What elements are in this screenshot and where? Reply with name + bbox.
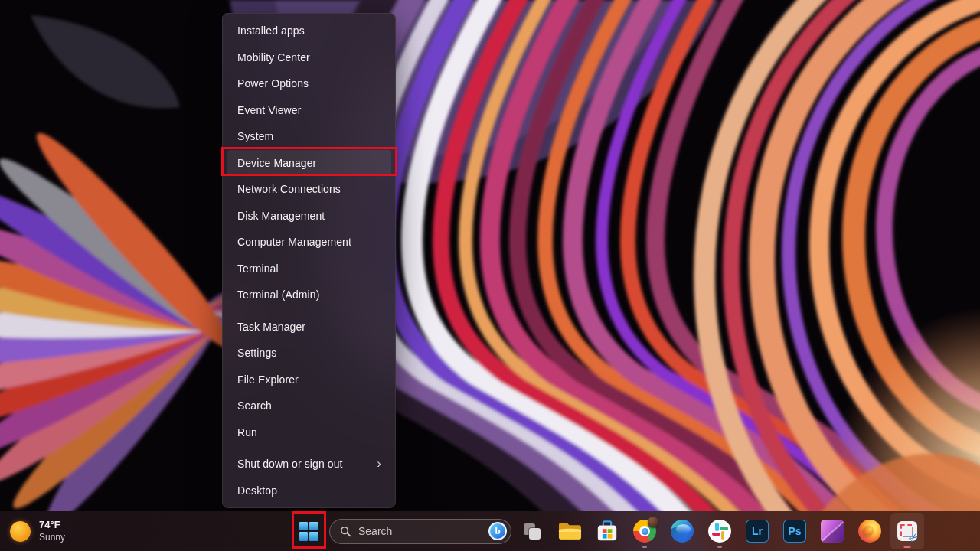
menu-item-label: Mobility Center: [237, 51, 310, 64]
menu-item-network-connections[interactable]: Network Connections: [223, 176, 395, 203]
start-button[interactable]: [292, 513, 325, 549]
menu-item-event-viewer[interactable]: Event Viewer: [223, 97, 395, 124]
slack-icon: [708, 520, 731, 543]
chrome-profile-badge: [648, 517, 658, 527]
menu-item-label: Network Connections: [237, 183, 341, 195]
weather-condition: Sunny: [39, 532, 65, 543]
search-input[interactable]: [358, 525, 482, 537]
menu-item-run[interactable]: Run: [223, 419, 395, 446]
menu-item-label: Settings: [237, 347, 276, 359]
winx-context-menu: Installed apps Mobility Center Power Opt…: [222, 13, 396, 508]
menu-item-mobility-center[interactable]: Mobility Center: [223, 44, 395, 71]
photoshop-button[interactable]: Ps: [778, 513, 812, 549]
menu-item-label: Computer Management: [237, 236, 351, 248]
windows-logo-icon: [299, 522, 318, 541]
menu-item-terminal[interactable]: Terminal: [223, 256, 395, 282]
scissors-glyph: ✂: [906, 530, 921, 546]
weather-widget[interactable]: 74°F Sunny: [10, 511, 65, 551]
menu-item-power-options[interactable]: Power Options: [223, 70, 395, 97]
running-indicator: [642, 546, 647, 548]
menu-item-label: Search: [237, 399, 272, 412]
desktop: Installed apps Mobility Center Power Opt…: [0, 0, 980, 551]
running-indicator: [904, 546, 911, 548]
menu-item-desktop[interactable]: Desktop: [223, 478, 395, 504]
desktop-wallpaper: [0, 0, 980, 551]
menu-separator: [224, 448, 394, 448]
taskbar-search-box[interactable]: b: [329, 519, 511, 544]
wallpaper-art: [0, 0, 980, 551]
taskbar: 74°F Sunny b: [0, 511, 980, 551]
chrome-button[interactable]: [628, 513, 662, 549]
search-icon: [340, 526, 351, 537]
affinity-photo-icon: [821, 520, 844, 543]
snipping-tool-button[interactable]: ✂: [890, 513, 924, 549]
lightroom-icon: Lr: [746, 520, 769, 543]
menu-item-disk-management[interactable]: Disk Management: [223, 203, 395, 230]
menu-item-label: Disk Management: [237, 210, 325, 222]
menu-item-file-explorer[interactable]: File Explorer: [223, 367, 395, 393]
menu-item-settings[interactable]: Settings: [223, 340, 395, 367]
microsoft-store-icon: [596, 520, 619, 543]
file-explorer-button[interactable]: [553, 513, 586, 549]
photoshop-icon: Ps: [783, 520, 806, 543]
snipping-tool-icon: ✂: [897, 521, 917, 541]
menu-item-label: Shut down or sign out: [237, 458, 343, 470]
firefox-button[interactable]: [853, 513, 887, 549]
submenu-chevron-icon: ›: [377, 457, 381, 470]
microsoft-store-button[interactable]: [590, 513, 624, 549]
menu-item-device-manager[interactable]: Device Manager: [223, 150, 395, 177]
affinity-photo-button[interactable]: [815, 513, 849, 549]
menu-separator: [224, 311, 394, 311]
taskbar-center-group: b: [292, 511, 924, 551]
menu-item-search[interactable]: Search: [223, 393, 395, 419]
menu-item-label: Power Options: [237, 77, 309, 90]
sun-icon: [10, 521, 31, 542]
menu-item-label: File Explorer: [237, 373, 299, 386]
menu-item-task-manager[interactable]: Task Manager: [223, 314, 395, 341]
menu-item-shut-down-or-sign-out[interactable]: Shut down or sign out ›: [223, 451, 395, 478]
menu-item-installed-apps[interactable]: Installed apps: [223, 18, 395, 44]
firefox-icon: [858, 520, 881, 543]
edge-icon: [671, 520, 694, 543]
chrome-icon: [633, 520, 656, 543]
menu-item-terminal-admin[interactable]: Terminal (Admin): [223, 282, 395, 308]
menu-item-label: Device Manager: [237, 157, 316, 169]
menu-item-computer-management[interactable]: Computer Management: [223, 229, 395, 256]
lightroom-button[interactable]: Lr: [740, 513, 774, 549]
bing-icon[interactable]: b: [488, 522, 507, 540]
menu-item-label: Terminal (Admin): [237, 289, 319, 301]
edge-button[interactable]: [665, 513, 699, 549]
running-indicator: [717, 546, 722, 548]
slack-button[interactable]: [703, 513, 737, 549]
task-view-button[interactable]: [515, 513, 549, 549]
weather-temperature: 74°F: [39, 519, 65, 531]
menu-item-label: Task Manager: [237, 321, 305, 333]
menu-item-label: Event Viewer: [237, 104, 301, 116]
menu-item-label: System: [237, 130, 273, 142]
menu-item-label: Installed apps: [237, 24, 305, 37]
task-view-icon: [524, 523, 541, 540]
menu-item-label: Run: [237, 426, 257, 439]
file-explorer-icon: [558, 521, 582, 542]
menu-item-label: Terminal: [237, 262, 279, 275]
menu-item-label: Desktop: [237, 484, 277, 497]
menu-item-system[interactable]: System: [223, 123, 395, 150]
